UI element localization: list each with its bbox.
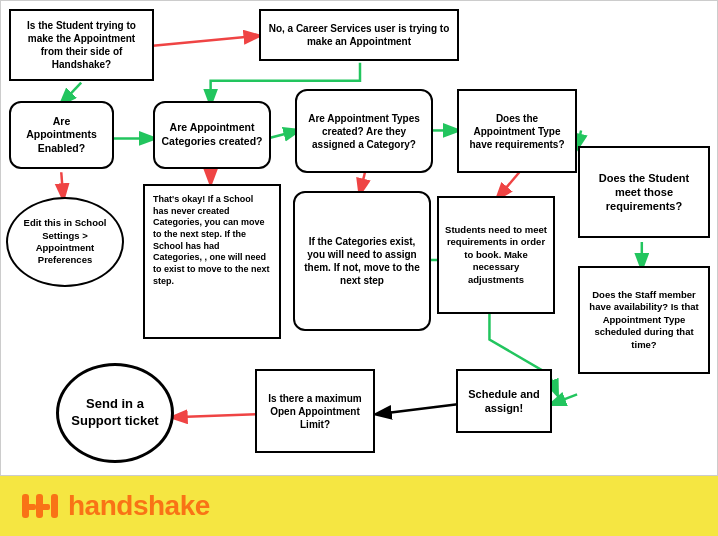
box-school-categories-info: That's okay! If a School has never creat… <box>143 184 281 339</box>
diagram-area: Is the Student trying to make the Appoin… <box>0 0 718 476</box>
footer: handshake <box>0 476 718 536</box>
svg-line-5 <box>61 172 63 198</box>
box-student-meets-requirements: Does the Student meet those requirements… <box>578 146 710 238</box>
svg-line-13 <box>173 414 259 417</box>
box-student-appointment-question: Is the Student trying to make the Appoin… <box>9 9 154 81</box>
handshake-logo-text: handshake <box>68 490 210 522</box>
box-schedule-assign: Schedule and assign! <box>456 369 552 433</box>
svg-rect-17 <box>36 504 50 510</box>
svg-line-8 <box>497 172 519 198</box>
svg-rect-18 <box>51 494 58 518</box>
box-appointments-enabled: Are Appointments Enabled? <box>9 101 114 169</box>
box-meet-requirements: Students need to meet requirements in or… <box>437 196 555 314</box>
box-school-settings: Edit this in School Settings > Appointme… <box>6 197 124 287</box>
svg-line-11 <box>551 394 577 404</box>
svg-rect-15 <box>22 504 36 510</box>
box-appointment-requirements: Does the Appointment Type have requireme… <box>457 89 577 173</box>
handshake-logo: handshake <box>20 486 210 526</box>
box-categories-created: Are Appointment Categories created? <box>153 101 271 169</box>
svg-line-12 <box>377 404 458 414</box>
handshake-icon <box>20 486 60 526</box>
box-staff-availability: Does the Staff member have availability?… <box>578 266 710 374</box>
box-open-appointment-limit: Is there a maximum Open Appointment Limi… <box>255 369 375 453</box>
box-career-services-user: No, a Career Services user is trying to … <box>259 9 459 61</box>
box-appointment-types: Are Appointment Types created? Are they … <box>295 89 433 173</box>
main-container: Is the Student trying to make the Appoin… <box>0 0 718 536</box>
box-categories-assign: If the Categories exist, you will need t… <box>293 191 431 331</box>
svg-line-3 <box>267 130 298 138</box>
box-support-ticket: Send in a Support ticket <box>56 363 174 463</box>
svg-line-0 <box>153 36 259 46</box>
